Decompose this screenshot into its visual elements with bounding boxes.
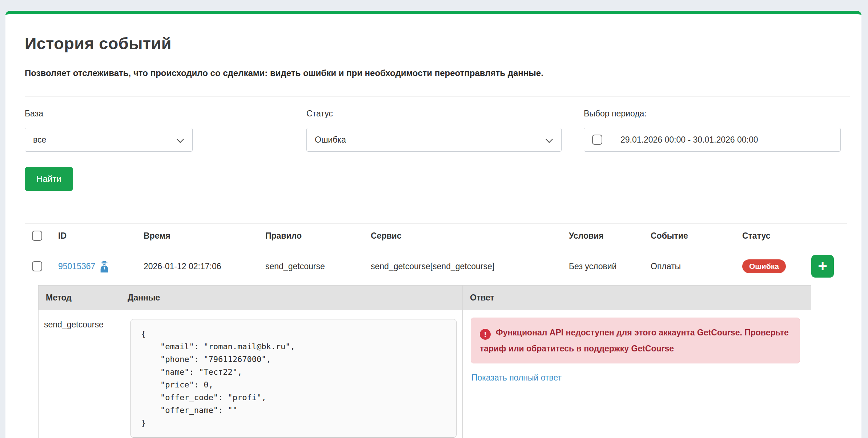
request-payload-block: { "email": "roman.mail@bk.ru", "phone": …	[130, 319, 457, 438]
event-detail-table: Метод Данные Ответ send_getcourse { "ema…	[38, 285, 811, 438]
header-status: Статус	[735, 231, 803, 241]
show-full-response-link[interactable]: Показать полный ответ	[471, 373, 562, 383]
add-button[interactable]: +	[811, 255, 834, 278]
detail-row: send_getcourse { "email": "roman.mail@bk…	[39, 310, 811, 438]
header-conditions: Условия	[562, 231, 643, 241]
status-select-value: Ошибка	[315, 135, 346, 145]
event-conditions: Без условий	[562, 262, 643, 271]
period-input-group: 29.01.2026 00:00 - 30.01.2026 00:00	[584, 128, 841, 152]
event-time: 2026-01-12 02:17:06	[136, 262, 258, 271]
divider	[25, 96, 850, 97]
error-alert: !Функционал API недоступен для этого акк…	[471, 318, 800, 363]
detail-header-response: Ответ	[463, 286, 811, 310]
row-checkbox[interactable]	[32, 261, 42, 271]
header-id: ID	[51, 231, 136, 241]
event-id-value: 95015367	[58, 262, 95, 271]
chevron-down-icon	[546, 136, 553, 143]
header-event: Событие	[643, 231, 735, 241]
period-filter-label: Выбор периода:	[584, 109, 647, 119]
period-range-input[interactable]: 29.01.2026 00:00 - 30.01.2026 00:00	[610, 128, 840, 151]
header-service: Сервис	[363, 231, 562, 241]
event-rule: send_getcourse	[258, 262, 363, 271]
find-button[interactable]: Найти	[25, 167, 73, 191]
event-service: send_getcourse[send_getcourse]	[363, 262, 562, 271]
event-id-link[interactable]: 95015367	[58, 260, 110, 272]
page-subtitle: Позволяет отслеживать, что происходило с…	[25, 68, 543, 78]
period-checkbox[interactable]	[592, 135, 602, 145]
event-history-card: История событий Позволяет отслеживать, ч…	[5, 11, 861, 438]
header-rule: Правило	[258, 231, 363, 241]
plus-icon: +	[818, 257, 827, 275]
base-select-value: все	[33, 135, 46, 145]
detail-method: send_getcourse	[39, 310, 120, 438]
status-filter-label: Статус	[306, 109, 333, 119]
detail-header-method: Метод	[39, 286, 120, 310]
period-checkbox-cell	[584, 128, 610, 151]
select-all-checkbox[interactable]	[32, 231, 42, 241]
error-alert-text: Функционал API недоступен для этого акка…	[480, 328, 789, 353]
exclamation-circle-icon: !	[480, 329, 491, 340]
status-select[interactable]: Ошибка	[306, 128, 562, 152]
base-filter-label: База	[25, 109, 43, 119]
events-table: ID Время Правило Сервис Условия Событие …	[25, 223, 847, 284]
header-time: Время	[136, 231, 258, 241]
status-badge: Ошибка	[742, 259, 786, 273]
event-type: Оплаты	[643, 262, 735, 271]
table-row: 95015367 2026-01-12 02:17:06 send_getcou…	[25, 248, 847, 284]
chevron-down-icon	[177, 136, 184, 143]
page-title: История событий	[25, 34, 172, 53]
events-table-header: ID Время Правило Сервис Условия Событие …	[25, 223, 847, 248]
detail-header-data: Данные	[120, 286, 463, 310]
base-select[interactable]: все	[25, 128, 193, 152]
user-secret-icon	[99, 260, 110, 272]
